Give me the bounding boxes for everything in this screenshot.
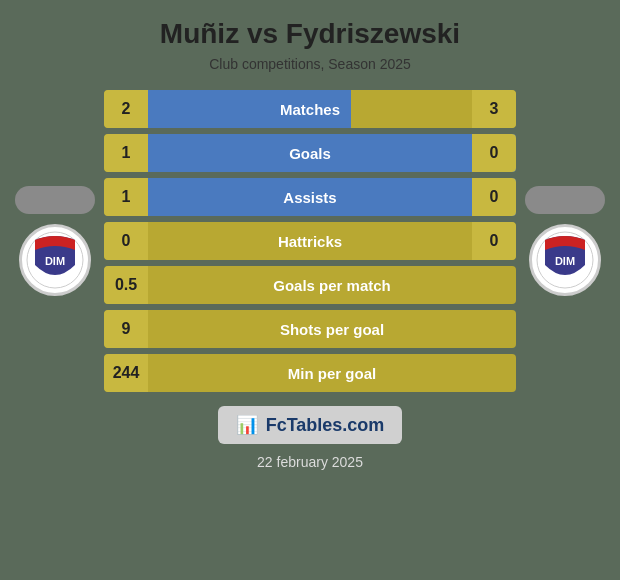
stat-row-min-per-goal: 244Min per goal: [104, 354, 516, 392]
stat-right-goals: 0: [472, 134, 516, 172]
stat-label-shots-per-goal: Shots per goal: [148, 321, 516, 338]
stat-left-min-per-goal: 244: [104, 354, 148, 392]
svg-text:DIM: DIM: [45, 255, 65, 267]
stat-right-assists: 0: [472, 178, 516, 216]
page-subtitle: Club competitions, Season 2025: [209, 56, 411, 72]
stat-row-assists: 1Assists0: [104, 178, 516, 216]
stat-label-matches: Matches: [148, 101, 472, 118]
main-content-row: DIM 2Matches31Goals01Assists00Hattricks0…: [10, 90, 610, 392]
stat-label-hattricks: Hattricks: [148, 233, 472, 250]
stat-left-shots-per-goal: 9: [104, 310, 148, 348]
stat-right-matches: 3: [472, 90, 516, 128]
stat-left-goals: 1: [104, 134, 148, 172]
fctables-text: FcTables.com: [266, 415, 385, 436]
stats-column: 2Matches31Goals01Assists00Hattricks00.5G…: [100, 90, 520, 392]
svg-text:DIM: DIM: [555, 255, 575, 267]
stat-row-hattricks: 0Hattricks0: [104, 222, 516, 260]
stat-row-goals: 1Goals0: [104, 134, 516, 172]
stat-label-assists: Assists: [148, 189, 472, 206]
right-team-logo: DIM: [529, 224, 601, 296]
page-title: Muñiz vs Fydriszewski: [160, 18, 460, 50]
stat-label-goals-per-match: Goals per match: [148, 277, 516, 294]
stat-label-goals: Goals: [148, 145, 472, 162]
right-logo-pill: [525, 186, 605, 214]
stat-row-shots-per-goal: 9Shots per goal: [104, 310, 516, 348]
right-team-logo-container: DIM: [520, 186, 610, 296]
stat-row-goals-per-match: 0.5Goals per match: [104, 266, 516, 304]
fctables-banner: 📊 FcTables.com: [218, 406, 403, 444]
left-team-logo-container: DIM: [10, 186, 100, 296]
stat-label-min-per-goal: Min per goal: [148, 365, 516, 382]
stat-row-matches: 2Matches3: [104, 90, 516, 128]
stat-left-hattricks: 0: [104, 222, 148, 260]
stat-left-goals-per-match: 0.5: [104, 266, 148, 304]
match-date: 22 february 2025: [257, 454, 363, 470]
right-team-crest: DIM: [535, 230, 595, 290]
stat-left-matches: 2: [104, 90, 148, 128]
left-logo-pill: [15, 186, 95, 214]
left-team-crest: DIM: [25, 230, 85, 290]
stat-left-assists: 1: [104, 178, 148, 216]
left-team-logo: DIM: [19, 224, 91, 296]
page-container: Muñiz vs Fydriszewski Club competitions,…: [0, 0, 620, 580]
stat-right-hattricks: 0: [472, 222, 516, 260]
fctables-icon: 📊: [236, 414, 258, 436]
